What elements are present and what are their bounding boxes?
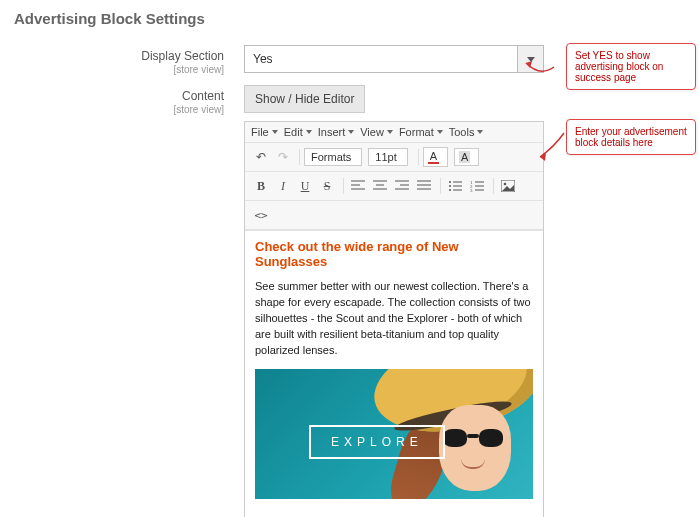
- svg-point-26: [504, 183, 507, 186]
- field-display-section: Display Section [store view] Yes Set YES…: [14, 45, 686, 75]
- callout-content: Enter your advertisement block details h…: [566, 119, 696, 155]
- menu-insert[interactable]: Insert: [318, 126, 355, 138]
- svg-point-15: [449, 185, 451, 187]
- editor-toolbar-3: <>: [245, 201, 543, 230]
- editor-menubar: File Edit Insert View Format Tools: [245, 122, 543, 143]
- ad-paragraph: See summer better with our newest collec…: [255, 279, 533, 359]
- editor-toolbar-1: ↶ ↷ Formats 11pt A A: [245, 143, 543, 172]
- ad-heading: Check out the wide range of New Sunglass…: [255, 239, 533, 269]
- field-content: Content [store view] Show / Hide Editor …: [14, 85, 686, 517]
- insert-image-icon[interactable]: [498, 176, 518, 196]
- svg-point-13: [449, 181, 451, 183]
- explore-button: EXPLORE: [309, 425, 445, 459]
- bullet-list-icon[interactable]: [445, 176, 465, 196]
- svg-text:3: 3: [470, 188, 473, 192]
- strikethrough-icon[interactable]: S: [317, 176, 337, 196]
- fontsize-dropdown[interactable]: 11pt: [368, 148, 407, 166]
- source-code-icon[interactable]: <>: [251, 205, 271, 225]
- align-justify-icon[interactable]: [414, 176, 434, 196]
- ad-banner-image: EXPLORE: [255, 369, 533, 499]
- fontcolor-dropdown[interactable]: A: [423, 147, 448, 167]
- align-left-icon[interactable]: [348, 176, 368, 196]
- bold-icon[interactable]: B: [251, 176, 271, 196]
- numbered-list-icon[interactable]: 123: [467, 176, 487, 196]
- undo-icon[interactable]: ↶: [251, 147, 271, 167]
- callout-display-section: Set YES to show advertising block on suc…: [566, 43, 696, 90]
- menu-edit[interactable]: Edit: [284, 126, 312, 138]
- align-right-icon[interactable]: [392, 176, 412, 196]
- menu-tools[interactable]: Tools: [449, 126, 484, 138]
- content-label: Content: [182, 89, 224, 103]
- show-hide-editor-button[interactable]: Show / Hide Editor: [244, 85, 365, 113]
- display-section-value: Yes: [245, 52, 517, 66]
- svg-point-17: [449, 189, 451, 191]
- bgcolor-dropdown[interactable]: A: [454, 148, 479, 166]
- redo-icon[interactable]: ↷: [273, 147, 293, 167]
- display-section-label: Display Section: [141, 49, 224, 63]
- italic-icon[interactable]: I: [273, 176, 293, 196]
- menu-view[interactable]: View: [360, 126, 393, 138]
- menu-format[interactable]: Format: [399, 126, 443, 138]
- display-section-select[interactable]: Yes: [244, 45, 544, 73]
- section-title: Advertising Block Settings: [14, 10, 686, 27]
- wysiwyg-editor: File Edit Insert View Format Tools ↶ ↷ F…: [244, 121, 544, 517]
- content-scope: [store view]: [14, 104, 224, 115]
- menu-file[interactable]: File: [251, 126, 278, 138]
- editor-content-area[interactable]: Check out the wide range of New Sunglass…: [245, 230, 543, 507]
- align-center-icon[interactable]: [370, 176, 390, 196]
- formats-dropdown[interactable]: Formats: [304, 148, 362, 166]
- underline-icon[interactable]: U: [295, 176, 315, 196]
- editor-toolbar-2: B I U S: [245, 172, 543, 201]
- display-section-scope: [store view]: [14, 64, 224, 75]
